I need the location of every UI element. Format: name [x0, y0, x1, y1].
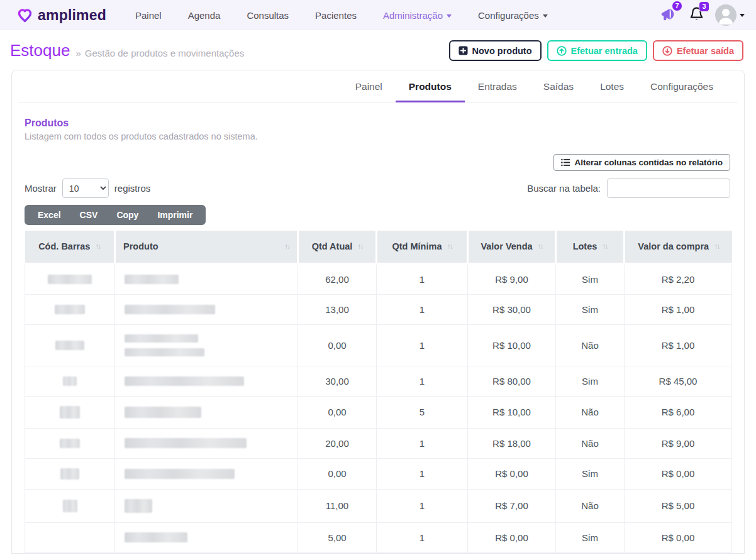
- export-csv-button[interactable]: CSV: [70, 210, 108, 220]
- notifications-button[interactable]: 3: [688, 6, 705, 25]
- cell-valor-venda: R$ 0,00: [468, 458, 556, 489]
- table-row: 11,001R$ 7,00NãoR$ 5,00: [25, 489, 732, 522]
- sort-icon: ↑↓: [714, 242, 719, 251]
- stock-in-button[interactable]: Efetuar entrada: [547, 40, 647, 61]
- redacted-barcode: [55, 305, 85, 314]
- redacted-barcode: [60, 439, 80, 448]
- cell-valor-venda: R$ 10,00: [468, 324, 556, 366]
- column-header-produto[interactable]: Produto↑↓: [115, 231, 298, 263]
- tab-produtos[interactable]: Produtos: [396, 70, 465, 102]
- cell-lotes: Sim: [556, 366, 625, 396]
- table-row: 62,001R$ 9,00SimR$ 2,20: [25, 263, 732, 294]
- redacted-product-name: [125, 438, 247, 448]
- column-header-qtd-minima[interactable]: Qtd Mínima↑↓: [377, 231, 468, 263]
- table-header-row: Cód. Barras↑↓ Produto↑↓ Qtd Atual↑↓ Qtd …: [25, 231, 732, 263]
- column-header-valor-venda[interactable]: Valor Venda↑↓: [468, 231, 556, 263]
- nav-item-pacientes[interactable]: Pacientes: [315, 10, 357, 21]
- column-header-cod-barras[interactable]: Cód. Barras↑↓: [25, 231, 115, 263]
- show-label: Mostrar: [25, 183, 57, 194]
- new-product-button[interactable]: Novo produto: [449, 40, 542, 61]
- nav-item-agenda[interactable]: Agenda: [188, 10, 221, 21]
- cell-qtd-atual: 13,00: [298, 294, 377, 324]
- cell-qtd-atual: 11,00: [298, 489, 377, 522]
- stock-out-button[interactable]: Efetuar saída: [653, 40, 743, 61]
- tab-saidas[interactable]: Saídas: [530, 70, 587, 102]
- cell-valor-venda: R$ 0,00: [468, 522, 556, 552]
- stock-tabs: Painel Produtos Entradas Saídas Lotes Co…: [18, 70, 738, 102]
- search-label: Buscar na tabela:: [527, 183, 601, 194]
- column-header-lotes[interactable]: Lotes↑↓: [556, 231, 625, 263]
- export-copy-button[interactable]: Copy: [107, 210, 148, 220]
- section-title: Produtos: [25, 118, 731, 129]
- page-size-select[interactable]: 10: [62, 178, 109, 198]
- top-navbar: amplimed Painel Agenda Consultas Pacient…: [0, 0, 756, 30]
- cell-qtd-minima: 1: [377, 458, 468, 489]
- notifications-count-badge: 3: [699, 1, 709, 12]
- announcements-count-badge: 7: [672, 1, 682, 11]
- nav-item-configuracoes[interactable]: Configurações: [478, 10, 548, 21]
- nav-item-painel[interactable]: Painel: [135, 10, 162, 21]
- cell-lotes: Não: [556, 324, 625, 366]
- nav-item-consultas[interactable]: Consultas: [247, 10, 289, 21]
- tab-lotes[interactable]: Lotes: [587, 70, 637, 102]
- cell-valor-compra: R$ 5,00: [625, 489, 732, 522]
- cell-cod-barras: [25, 428, 115, 458]
- cell-qtd-minima: 1: [377, 324, 468, 366]
- cell-cod-barras: [25, 294, 115, 324]
- column-header-qtd-atual[interactable]: Qtd Atual↑↓: [298, 231, 377, 263]
- table-row: 0,001R$ 0,00SimR$ 0,00: [25, 458, 732, 489]
- sort-icon: ↑↓: [602, 242, 607, 251]
- user-menu[interactable]: [715, 4, 745, 26]
- table-row: 0,001R$ 10,00NãoR$ 1,00: [25, 324, 732, 366]
- cell-lotes: Não: [556, 428, 625, 458]
- redacted-product-name: [125, 275, 179, 284]
- sort-icon: ↑↓: [95, 242, 100, 251]
- breadcrumb: »Gestão de produtos e movimentações: [75, 48, 244, 58]
- export-print-button[interactable]: Imprimir: [148, 210, 202, 220]
- cell-cod-barras: [25, 522, 115, 552]
- redacted-product-name: [125, 376, 244, 386]
- tab-configuracoes[interactable]: Configurações: [637, 70, 726, 102]
- sort-icon: ↑↓: [538, 242, 543, 251]
- table-row: 0,005R$ 10,00NãoR$ 6,00: [25, 396, 732, 428]
- products-table: Cód. Barras↑↓ Produto↑↓ Qtd Atual↑↓ Qtd …: [25, 231, 732, 553]
- redacted-product-name: [125, 305, 215, 314]
- heart-logo-icon: [16, 7, 33, 24]
- cell-produto: [115, 324, 298, 366]
- avatar: [715, 4, 737, 26]
- sort-icon: ↑↓: [357, 242, 362, 251]
- search-input[interactable]: [607, 178, 730, 198]
- cell-valor-compra: R$ 0,00: [625, 458, 732, 489]
- redacted-barcode: [60, 468, 79, 480]
- chevron-down-icon: [740, 14, 745, 17]
- cell-qtd-minima: 5: [377, 396, 468, 428]
- cell-cod-barras: [25, 396, 115, 428]
- arrow-circle-up-icon: [557, 46, 567, 56]
- cell-cod-barras: [25, 366, 115, 396]
- tab-painel[interactable]: Painel: [342, 70, 396, 102]
- cell-qtd-atual: 5,00: [298, 522, 377, 552]
- page-header: Estoque »Gestão de produtos e movimentaç…: [0, 30, 756, 65]
- table-row: 5,001R$ 0,00SimR$ 0,00: [25, 522, 732, 552]
- cell-qtd-minima: 1: [377, 489, 468, 522]
- cell-valor-venda: R$ 18,00: [468, 428, 556, 458]
- nav-item-administracao[interactable]: Administração: [383, 10, 452, 21]
- section-subtitle: Listagem com todos os produtos cadastrad…: [25, 131, 731, 141]
- amplimed-logo[interactable]: amplimed: [16, 7, 106, 24]
- redacted-barcode: [60, 406, 80, 419]
- announcements-button[interactable]: 7: [660, 5, 678, 26]
- column-header-valor-compra[interactable]: Valor da compra↑↓: [625, 231, 732, 263]
- cell-valor-compra: R$ 0,00: [625, 522, 732, 552]
- plus-square-icon: [459, 46, 468, 55]
- cell-cod-barras: [25, 489, 115, 522]
- brand-name: amplimed: [38, 7, 106, 24]
- main-nav: Painel Agenda Consultas Pacientes Admini…: [135, 10, 548, 21]
- alter-columns-button[interactable]: Alterar colunas contidas no relatório: [553, 154, 730, 171]
- tab-entradas[interactable]: Entradas: [465, 70, 530, 102]
- cell-valor-venda: R$ 30,00: [468, 294, 556, 324]
- cell-lotes: Sim: [556, 294, 625, 324]
- cell-produto: [115, 263, 298, 294]
- cell-qtd-atual: 0,00: [298, 396, 377, 428]
- export-excel-button[interactable]: Excel: [28, 210, 70, 220]
- cell-produto: [115, 522, 298, 552]
